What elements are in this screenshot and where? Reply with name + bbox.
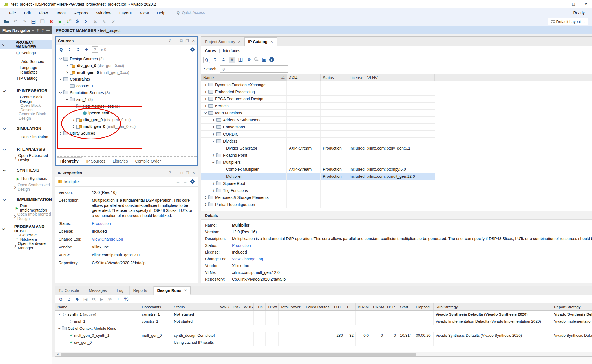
- menu-item[interactable]: Tools: [52, 10, 70, 15]
- expander-icon[interactable]: [57, 327, 62, 330]
- quick-access-input[interactable]: [182, 10, 213, 15]
- menu-item[interactable]: Layout: [115, 10, 136, 15]
- flow-navigator-entry[interactable]: Open Implemented Design: [0, 212, 52, 221]
- flow-navigator-entry[interactable]: Run Implementation: [0, 204, 52, 212]
- flow-navigator-entry[interactable]: SIMULATION: [0, 124, 52, 133]
- source-tree-item[interactable]: sim_1 (3): [56, 96, 197, 103]
- report-icon[interactable]: ▤: [30, 19, 37, 25]
- maximize-icon[interactable]: □: [180, 39, 183, 43]
- flow-navigator-entry[interactable]: PROGRAM AND DEBUG: [0, 225, 52, 233]
- float-icon[interactable]: ❐: [185, 39, 189, 43]
- sources-view-tab[interactable]: Compile Order: [132, 158, 164, 165]
- catalog-row[interactable]: Complex Multiplier AXI4-Stream Productio…: [201, 166, 435, 173]
- bottom-tab[interactable]: Tcl Console: [55, 286, 85, 295]
- flow-navigator-entry[interactable]: Run Simulation: [0, 133, 52, 141]
- catalog-row[interactable]: Partial Reconfiguration: [201, 201, 435, 208]
- menu-item[interactable]: Edit: [20, 10, 35, 15]
- source-tree-item[interactable]: div_gen_0 (div_gen_0.xci): [56, 62, 197, 69]
- bottom-tab[interactable]: Reports: [130, 286, 153, 295]
- column-header-vlnv[interactable]: VLNV: [365, 74, 435, 81]
- create-run-icon[interactable]: +: [115, 296, 122, 302]
- expander-icon[interactable]: [65, 71, 69, 74]
- menu-item[interactable]: Reports: [70, 10, 92, 15]
- help-icon[interactable]: ?: [42, 28, 44, 32]
- expander-icon[interactable]: [203, 83, 208, 86]
- sources-view-tab[interactable]: IP Sources: [83, 158, 109, 165]
- design-run-row[interactable]: div_gen_0 Using cached IP results: [55, 339, 592, 346]
- bottom-tab[interactable]: Log: [113, 286, 130, 295]
- expander-icon[interactable]: [203, 97, 208, 100]
- expand-all-icon[interactable]: [75, 46, 81, 53]
- settings-gear-icon[interactable]: [190, 47, 195, 52]
- delete-icon[interactable]: ✖: [48, 19, 55, 25]
- edit-marker-icon[interactable]: ✎: [101, 19, 108, 25]
- group-by-icon[interactable]: #: [229, 57, 235, 63]
- flow-navigator-entry[interactable]: PROJECT MANAGER: [0, 40, 52, 49]
- flow-navigator-entry[interactable]: Open Elaborated Design: [0, 154, 52, 162]
- flow-navigator-entry[interactable]: Settings: [0, 49, 52, 57]
- source-tree-item[interactable]: Constraints: [56, 76, 197, 83]
- expander-icon[interactable]: [65, 64, 69, 67]
- catalog-row[interactable]: Floating Point: [201, 152, 435, 159]
- highlight-off-icon[interactable]: ✖: [92, 19, 99, 25]
- column-header[interactable]: LUT: [332, 303, 345, 310]
- catalog-row[interactable]: FPGA Features and Design: [201, 96, 435, 103]
- quick-access[interactable]: Q˪: [177, 9, 219, 16]
- flow-navigator-entry[interactable]: Language Templates: [0, 66, 52, 74]
- expander-icon[interactable]: [211, 182, 216, 185]
- flow-navigator-entry[interactable]: Open Synthesized Design: [0, 183, 52, 191]
- expander-icon[interactable]: [203, 203, 208, 206]
- maximize-icon[interactable]: □: [567, 0, 580, 8]
- catalog-row[interactable]: Divider Generator AXI4-Stream Production…: [201, 145, 435, 152]
- tab-interfaces[interactable]: Interfaces: [223, 48, 240, 53]
- settings-gear-icon[interactable]: [190, 179, 195, 184]
- column-header[interactable]: WHS: [242, 303, 254, 310]
- column-header[interactable]: Run Strategy: [434, 303, 552, 310]
- document-tab[interactable]: IP Catalog ✕: [244, 37, 277, 46]
- step-forward-icon[interactable]: ≫: [107, 296, 113, 302]
- run-icon[interactable]: ▶: [57, 19, 64, 25]
- catalog-row[interactable]: Square Root: [201, 180, 435, 187]
- column-header-axi4[interactable]: AXI4: [287, 74, 321, 81]
- collapse-icon[interactable]: ≡: [32, 28, 34, 32]
- flow-navigator-entry[interactable]: SYNTHESIS: [0, 166, 52, 174]
- redo-icon[interactable]: ↷: [21, 19, 28, 25]
- expander-icon[interactable]: [57, 313, 62, 316]
- minimize-icon[interactable]: —: [174, 39, 177, 43]
- forward-arrow-icon[interactable]: →: [183, 179, 187, 184]
- flow-navigator-entry[interactable]: IP Catalog: [0, 74, 52, 83]
- flow-navigator-entry[interactable]: RTL ANALYSIS: [0, 145, 52, 154]
- settings-gear-icon[interactable]: ⚙: [74, 19, 81, 25]
- license-key-icon[interactable]: [254, 57, 259, 62]
- catalog-row[interactable]: Dividers: [201, 138, 435, 145]
- catalog-row[interactable]: Conversions: [201, 124, 435, 131]
- source-tree-item[interactable]: ipcore_test.v: [56, 110, 197, 116]
- expander-icon[interactable]: [211, 154, 216, 157]
- column-header[interactable]: URAM: [371, 303, 385, 310]
- scrollbar-thumb[interactable]: [61, 353, 416, 356]
- source-tree-item[interactable]: mult_gen_0 (mult_gen_0.xci): [56, 69, 197, 76]
- menu-item[interactable]: Help: [153, 10, 169, 15]
- expander-icon[interactable]: [58, 132, 63, 135]
- column-header[interactable]: Elapsed: [414, 303, 434, 310]
- column-header[interactable]: Total Power: [279, 303, 304, 310]
- catalog-row[interactable]: Embedded Processing: [201, 88, 435, 96]
- percent-icon[interactable]: %: [123, 296, 130, 302]
- expander-icon[interactable]: [211, 161, 216, 164]
- catalog-row[interactable]: Kernels: [201, 103, 435, 110]
- column-header[interactable]: Failed Routes: [304, 303, 332, 310]
- design-run-row[interactable]: mult_gen_0_synth_1 mult_gen_0 synth_desi…: [55, 332, 592, 339]
- catalog-row[interactable]: Dynamic Function eXchange: [201, 81, 435, 88]
- help-icon[interactable]: ?: [169, 39, 171, 43]
- column-header[interactable]: Start: [398, 303, 414, 310]
- column-header-name[interactable]: Name ∧1: [201, 74, 287, 81]
- close-icon[interactable]: ✕: [270, 40, 273, 44]
- column-header[interactable]: TNS: [230, 303, 242, 310]
- menu-item[interactable]: Flow: [35, 10, 52, 15]
- minimize-icon[interactable]: —: [174, 171, 178, 175]
- source-tree-item[interactable]: Design Sources (2): [56, 56, 197, 62]
- close-icon[interactable]: ✕: [192, 39, 195, 43]
- search-icon[interactable]: Q: [58, 46, 65, 53]
- source-tree-item[interactable]: Simulation Sources (3): [56, 89, 197, 96]
- column-header[interactable]: THS: [254, 303, 266, 310]
